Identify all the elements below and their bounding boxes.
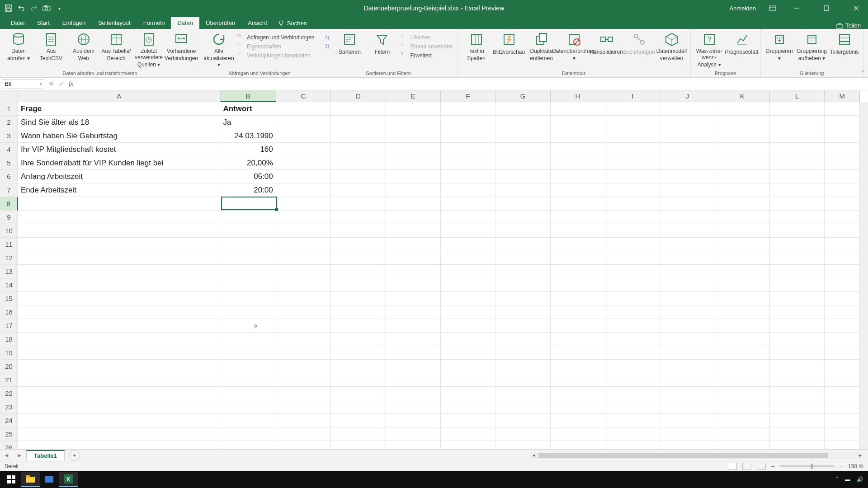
textcol-button[interactable]: Text inSpalten — [462, 31, 491, 61]
cell[interactable] — [551, 224, 605, 238]
cell[interactable]: Ja — [220, 116, 276, 129]
cell[interactable] — [551, 129, 605, 143]
cell[interactable] — [386, 102, 441, 116]
cell[interactable] — [331, 414, 386, 427]
cell[interactable] — [276, 102, 331, 116]
cell[interactable] — [825, 292, 860, 305]
cell[interactable] — [220, 414, 276, 427]
cell[interactable] — [220, 238, 276, 251]
cell[interactable] — [715, 360, 770, 373]
cell[interactable] — [18, 400, 220, 414]
cell[interactable] — [220, 251, 276, 265]
cell[interactable] — [770, 265, 825, 278]
cell[interactable] — [660, 292, 715, 305]
cell[interactable] — [551, 373, 605, 387]
cell[interactable] — [495, 251, 550, 265]
row-header[interactable]: 16 — [0, 305, 18, 319]
cell[interactable] — [770, 156, 825, 170]
cell[interactable] — [660, 346, 715, 360]
row-header[interactable]: 11 — [0, 238, 18, 251]
az-icon[interactable]: AZ — [323, 33, 332, 42]
adv-button[interactable]: Erweitert — [400, 52, 453, 60]
cell[interactable] — [441, 441, 495, 449]
cell[interactable] — [441, 102, 495, 116]
row-header[interactable]: 20 — [0, 360, 18, 373]
cell[interactable] — [441, 170, 495, 183]
fx-icon[interactable]: fx — [66, 79, 76, 89]
cell[interactable] — [220, 292, 276, 305]
menu-tab-einfügen[interactable]: Einfügen — [56, 17, 92, 29]
cell[interactable] — [220, 333, 276, 346]
cell[interactable] — [825, 156, 860, 170]
cell[interactable] — [441, 197, 495, 211]
cell[interactable]: 160 — [220, 143, 276, 156]
cell[interactable] — [825, 170, 860, 183]
cell[interactable] — [605, 170, 660, 183]
cell[interactable] — [660, 170, 715, 183]
column-header[interactable]: D — [331, 90, 386, 102]
forecast-button[interactable]: Prognoseblatt — [727, 31, 757, 55]
cell[interactable] — [386, 238, 441, 251]
cell[interactable] — [386, 441, 441, 449]
cell[interactable] — [660, 102, 715, 116]
subtotal-button[interactable]: Teilergebnis — [830, 31, 859, 55]
cell[interactable] — [386, 387, 441, 400]
menu-tab-daten[interactable]: Daten — [171, 17, 199, 29]
cell[interactable] — [825, 224, 860, 238]
cell[interactable] — [825, 333, 860, 346]
column-header[interactable]: H — [551, 90, 605, 102]
sheet-nav-next-icon[interactable]: ► — [17, 452, 23, 459]
cell[interactable] — [18, 441, 220, 449]
view-pagebreak-icon[interactable] — [757, 463, 766, 470]
cell[interactable] — [605, 427, 660, 441]
tray-chevron-icon[interactable]: ˄ — [836, 476, 839, 483]
cell[interactable] — [825, 360, 860, 373]
cell[interactable] — [276, 265, 331, 278]
cell[interactable] — [551, 251, 605, 265]
cell[interactable] — [825, 305, 860, 319]
cell[interactable] — [18, 427, 220, 441]
cell[interactable]: 05:00 — [220, 170, 276, 183]
cell[interactable] — [220, 373, 276, 387]
cell[interactable]: 24.03.1990 — [220, 129, 276, 143]
cell[interactable] — [331, 116, 386, 129]
cell[interactable] — [715, 414, 770, 427]
cell[interactable] — [770, 400, 825, 414]
rel-button[interactable]: Beziehungen — [624, 31, 654, 55]
cell[interactable] — [441, 414, 495, 427]
row-header[interactable]: 12 — [0, 251, 18, 265]
cell[interactable] — [276, 319, 331, 333]
row-header[interactable]: 17 — [0, 319, 18, 333]
cell[interactable] — [770, 143, 825, 156]
cell[interactable] — [18, 387, 220, 400]
cell[interactable] — [331, 373, 386, 387]
zoom-level[interactable]: 150 % — [848, 463, 863, 469]
cell[interactable] — [441, 211, 495, 224]
cell[interactable] — [386, 129, 441, 143]
cell[interactable] — [551, 441, 605, 449]
cell[interactable] — [386, 333, 441, 346]
menu-tab-seitenlayout[interactable]: Seitenlayout — [92, 17, 137, 29]
cell[interactable] — [770, 211, 825, 224]
cell[interactable] — [495, 265, 550, 278]
cell[interactable] — [605, 292, 660, 305]
cell[interactable] — [441, 360, 495, 373]
cell[interactable] — [276, 360, 331, 373]
cell[interactable] — [276, 346, 331, 360]
cell[interactable] — [605, 211, 660, 224]
cell[interactable] — [331, 238, 386, 251]
cell[interactable] — [660, 183, 715, 197]
cell[interactable] — [276, 238, 331, 251]
cell[interactable] — [551, 414, 605, 427]
cell[interactable] — [386, 319, 441, 333]
view-normal-icon[interactable] — [728, 463, 737, 470]
cell[interactable] — [220, 427, 276, 441]
undo-icon[interactable] — [17, 4, 25, 12]
filter-button[interactable]: Filtern — [367, 31, 397, 55]
cell[interactable] — [220, 400, 276, 414]
zoom-out-button[interactable]: – — [771, 463, 774, 469]
cell[interactable] — [441, 238, 495, 251]
add-sheet-button[interactable]: ＋ — [69, 450, 80, 461]
cell[interactable]: Ihr VIP Mitgliedschaft kostet — [18, 143, 220, 156]
cell[interactable] — [551, 197, 605, 211]
